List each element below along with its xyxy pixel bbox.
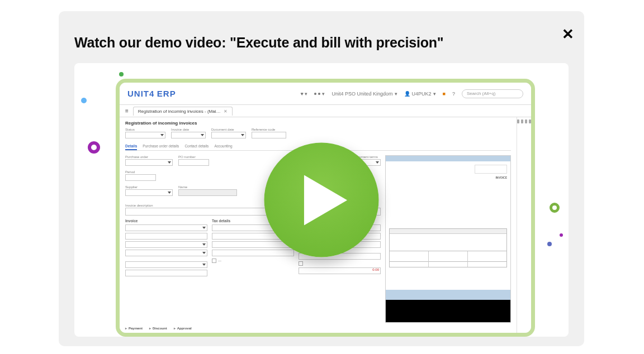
section-discount: ▸Discount: [149, 326, 167, 330]
page-title: Registration of incoming invoices: [125, 121, 511, 126]
side-icon: [529, 119, 531, 123]
side-icon: [521, 119, 523, 123]
supplier: [125, 189, 173, 196]
decorative-dot: [547, 242, 552, 246]
reference-code: [252, 132, 286, 138]
amt-f5: 0.00: [299, 267, 381, 274]
demo-video-modal: ✕ Watch our demo video: "Execute and bil…: [59, 11, 584, 346]
decorative-ring: [88, 141, 100, 154]
video-thumbnail[interactable]: UNIT4 ERP ♥ ▾ ▾ Unit4 PSO United Kingdom…: [74, 63, 569, 337]
doc-invoice-label: INVOICE: [495, 176, 507, 179]
invoice-f1: [125, 224, 207, 231]
po-number: [178, 159, 209, 166]
erp-header: UNIT4 ERP ♥ ▾ ▾ Unit4 PSO United Kingdom…: [120, 83, 531, 105]
tab-po-details: Purchase order details: [143, 143, 179, 150]
invoice-f4: [125, 250, 207, 256]
invoice-f5: [125, 261, 207, 268]
side-icon: [517, 119, 519, 123]
close-button[interactable]: ✕: [562, 27, 574, 41]
company-selector: Unit4 PSO United Kingdom ▾: [332, 91, 397, 97]
user-menu: 👤 U4PUK2 ▾: [404, 91, 436, 97]
tab-accounting: Accounting: [214, 143, 232, 150]
invoice-f2: [125, 233, 207, 240]
po-input: [125, 159, 173, 166]
play-button[interactable]: [264, 143, 379, 257]
workspace-tab: Registration of incoming invoices - (Mai…: [133, 107, 233, 116]
play-icon: [303, 175, 348, 225]
global-search: Search (Alt+q): [462, 89, 523, 98]
apps-icon: ▾: [314, 91, 325, 97]
svg-marker-0: [304, 175, 347, 225]
section-payment: ▸Payment: [125, 326, 143, 330]
tax-f4: [212, 250, 294, 256]
tax-f3: [212, 241, 294, 248]
tab-details: Details: [125, 143, 137, 150]
favorites-icon: ♥ ▾: [301, 91, 308, 97]
invoice-f6: [125, 270, 207, 276]
document-preview: INVOICE: [385, 155, 511, 323]
notification-icon: ■: [443, 91, 446, 97]
decorative-dot: [560, 233, 563, 237]
menu-icon: ≡: [125, 108, 129, 114]
erp-tabrow: ≡ Registration of incoming invoices - (M…: [120, 105, 531, 117]
invoice-date: [171, 132, 206, 138]
erp-side-toolbar: [517, 117, 531, 333]
erp-logo: UNIT4 ERP: [127, 89, 176, 99]
decorative-dot: [81, 98, 87, 103]
supplier-name: [178, 189, 237, 196]
invoice-f3: [125, 241, 207, 248]
tab-contact: Contact details: [184, 143, 209, 150]
modal-title: Watch our demo video: "Execute and bill …: [74, 35, 569, 51]
document-date: [211, 132, 246, 138]
decorative-dot: [119, 72, 124, 76]
status-select: [125, 132, 165, 138]
help-icon: ?: [452, 91, 455, 97]
section-approval: ▸Approval: [174, 326, 192, 330]
side-icon: [525, 119, 527, 123]
close-icon: ✕: [224, 109, 228, 114]
decorative-ring: [550, 203, 560, 213]
period: [125, 174, 156, 181]
